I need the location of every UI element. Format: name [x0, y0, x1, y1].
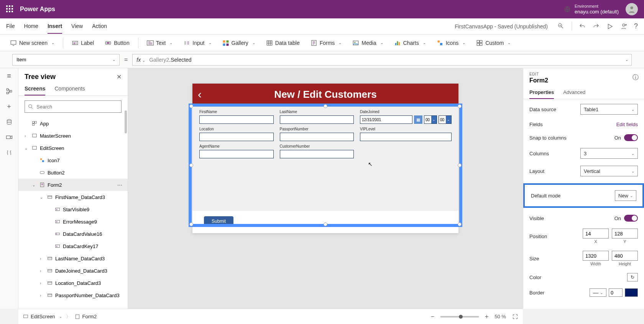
zoom-out-button[interactable]: − — [431, 313, 434, 320]
ribbon-new-screen[interactable]: New screen⌄ — [6, 37, 58, 49]
search-input[interactable] — [36, 104, 118, 110]
color-picker[interactable]: ↻ — [627, 273, 638, 281]
width-input[interactable] — [583, 251, 609, 261]
tree-view-icon[interactable] — [5, 87, 13, 95]
tab-properties[interactable]: Properties — [529, 86, 554, 99]
datasource-dropdown[interactable]: Table1⌄ — [580, 104, 638, 115]
layout-dropdown[interactable]: Vertical⌄ — [580, 166, 638, 176]
help-icon[interactable]: ⓘ — [632, 74, 639, 82]
columns-dropdown[interactable]: 3⌄ — [580, 148, 638, 159]
property-dropdown[interactable]: Item⌄ — [12, 54, 120, 66]
expand-formula-icon[interactable]: ⌄ — [625, 58, 628, 62]
caret-icon[interactable]: › — [40, 293, 44, 298]
ribbon-charts[interactable]: Charts⌄ — [390, 37, 430, 49]
back-icon[interactable]: ‹ — [198, 88, 202, 101]
ribbon-datatable[interactable]: Data table — [262, 37, 304, 49]
tree-search[interactable] — [25, 100, 122, 113]
tree-node-lastname_datacard3[interactable]: ›LastName_DataCard3 — [18, 252, 128, 265]
ribbon-text[interactable]: Text⌄ — [143, 37, 177, 49]
tools-icon[interactable] — [5, 149, 13, 156]
resize-handle[interactable] — [458, 222, 462, 226]
caret-icon[interactable]: ⌄ — [40, 195, 44, 199]
border-style-dropdown[interactable]: — ⌄ — [590, 288, 606, 297]
environment-picker[interactable]: Environment enayu.com (default) — [564, 4, 619, 15]
ribbon-icons[interactable]: Icons⌄ — [433, 37, 469, 49]
caret-icon[interactable]: ⌄ — [25, 146, 29, 150]
tree-node-button2[interactable]: Button2 — [18, 166, 128, 179]
border-color-picker[interactable] — [625, 288, 638, 297]
edit-fields-link[interactable]: Edit fields — [616, 122, 638, 127]
default-mode-dropdown[interactable]: New⌄ — [615, 190, 636, 201]
close-icon[interactable]: ✕ — [117, 73, 122, 81]
tab-screens[interactable]: Screens — [25, 82, 45, 95]
share-icon[interactable] — [620, 23, 627, 30]
caret-icon[interactable]: › — [40, 281, 44, 285]
resize-handle[interactable] — [324, 104, 327, 108]
play-icon[interactable] — [606, 23, 613, 30]
tree-node-icon7[interactable]: Icon7 — [18, 154, 128, 166]
resize-handle[interactable] — [189, 163, 193, 167]
insert-icon[interactable]: + — [5, 103, 13, 110]
ribbon-forms[interactable]: Forms⌄ — [307, 37, 346, 49]
border-width-input[interactable] — [609, 288, 623, 297]
media-rail-icon[interactable] — [5, 133, 13, 141]
tree-node-passportnumber_datacard3[interactable]: ›PassportNumber_DataCard3 — [18, 289, 128, 301]
tree-node-errormessage9[interactable]: ErrorMessage9 — [18, 215, 128, 228]
fullscreen-icon[interactable] — [512, 314, 518, 320]
user-avatar[interactable] — [626, 3, 638, 15]
ribbon-label[interactable]: Label — [68, 37, 98, 49]
resize-handle[interactable] — [189, 222, 193, 226]
zoom-slider[interactable] — [440, 316, 479, 317]
ribbon-media[interactable]: Media⌄ — [348, 37, 387, 49]
ribbon-input[interactable]: Input⌄ — [179, 37, 215, 49]
resize-handle[interactable] — [324, 222, 327, 226]
tree-node-firstname_datacard3[interactable]: ⌄FirstName_DataCard3 — [18, 191, 128, 203]
caret-icon[interactable]: › — [25, 134, 29, 138]
tree-node-datacardkey17[interactable]: DataCardKey17 — [18, 240, 128, 252]
fx-icon[interactable]: fx ⌄ — [136, 57, 145, 63]
tree-node-datejoined_datacard3[interactable]: ›DateJoined_DataCard3 — [18, 265, 128, 277]
menu-action[interactable]: Action — [92, 19, 107, 34]
tree-node-starvisible9[interactable]: StarVisible9 — [18, 203, 128, 215]
caret-icon[interactable]: › — [40, 269, 44, 273]
pos-x-input[interactable] — [583, 229, 609, 238]
waffle-icon[interactable] — [6, 5, 14, 13]
menu-home[interactable]: Home — [24, 19, 38, 34]
menu-insert[interactable]: Insert — [48, 19, 62, 34]
ribbon-custom[interactable]: Custom⌄ — [472, 37, 514, 49]
resize-handle[interactable] — [458, 163, 462, 167]
canvas[interactable]: ‹ New / Edit Customers FirstName LastNam… — [128, 68, 523, 309]
tree-node-editscreen[interactable]: ⌄EditScreen — [18, 142, 128, 154]
data-icon[interactable] — [5, 118, 13, 126]
zoom-in-button[interactable]: + — [485, 313, 488, 320]
menu-file[interactable]: File — [6, 19, 15, 34]
tree-node-form2[interactable]: ⌄Form2⋯ — [18, 179, 128, 191]
pos-y-input[interactable] — [612, 229, 638, 238]
menu-view[interactable]: View — [71, 19, 83, 34]
help-icon[interactable]: ? — [634, 22, 638, 30]
app-check-icon[interactable] — [558, 23, 565, 30]
caret-icon[interactable]: ⌄ — [32, 183, 37, 187]
resize-handle[interactable] — [458, 104, 462, 108]
caret-icon[interactable]: › — [40, 257, 44, 261]
ribbon-button[interactable]: Button — [101, 37, 133, 49]
hamburger-icon[interactable]: ≡ — [5, 72, 13, 80]
tab-components[interactable]: Components — [54, 82, 85, 95]
resize-handle[interactable] — [189, 104, 193, 108]
ribbon-gallery[interactable]: Gallery⌄ — [219, 37, 259, 49]
more-icon[interactable]: ⋯ — [117, 182, 123, 188]
tree-node-location_datacard3[interactable]: ›Location_DataCard3 — [18, 277, 128, 289]
tree-node-app[interactable]: App — [18, 117, 128, 130]
redo-icon[interactable] — [593, 23, 600, 30]
height-input[interactable] — [612, 251, 638, 261]
crumb-screen[interactable]: EditScreen⌄ — [23, 314, 62, 319]
tree-node-datacardvalue16[interactable]: DataCardValue16 — [18, 228, 128, 240]
crumb-form[interactable]: Form2 — [75, 314, 97, 319]
undo-icon[interactable] — [579, 23, 586, 30]
visible-toggle[interactable] — [624, 215, 638, 222]
snap-toggle[interactable] — [624, 134, 638, 141]
formula-input[interactable]: fx ⌄ Gallery2.Selected ⌄ — [132, 54, 632, 66]
tree-node-masterscreen[interactable]: ›MasterScreen — [18, 130, 128, 142]
tab-advanced[interactable]: Advanced — [563, 86, 585, 99]
tree-scrollbar[interactable] — [125, 103, 128, 153]
